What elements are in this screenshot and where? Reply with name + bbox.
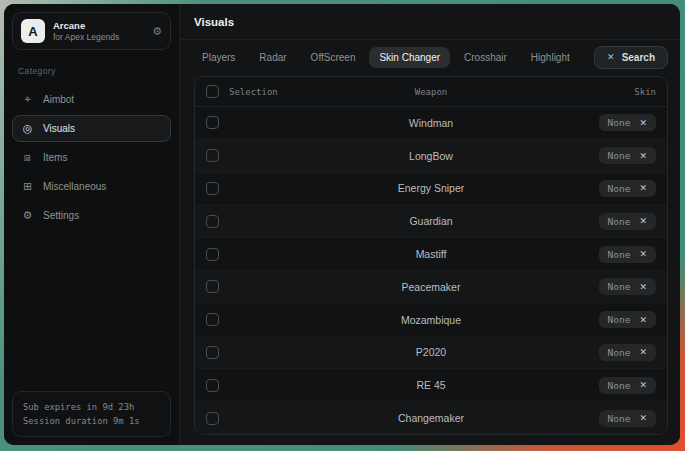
skin-select-chip[interactable]: None ✕ bbox=[599, 114, 656, 131]
skin-select-chip[interactable]: None ✕ bbox=[599, 311, 656, 328]
sidebar-item-icon: ⚙ bbox=[21, 209, 34, 222]
close-icon[interactable]: ✕ bbox=[639, 249, 647, 259]
sidebar-item-label: Visuals bbox=[43, 123, 75, 134]
skin-select-chip[interactable]: None ✕ bbox=[599, 278, 656, 295]
table-row: P2020 None ✕ bbox=[195, 337, 667, 370]
row-checkbox[interactable] bbox=[206, 379, 219, 392]
skin-value: None bbox=[608, 281, 631, 292]
row-checkbox[interactable] bbox=[206, 313, 219, 326]
sidebar-item-label: Settings bbox=[43, 210, 79, 221]
skin-select-chip[interactable]: None ✕ bbox=[599, 180, 656, 197]
sidebar-item-label: Aimbot bbox=[43, 94, 74, 105]
skin-value: None bbox=[608, 347, 631, 358]
gear-icon[interactable]: ⚙ bbox=[152, 25, 162, 38]
weapon-name: Energy Sniper bbox=[195, 182, 667, 194]
weapon-name: LongBow bbox=[195, 150, 667, 162]
row-checkbox[interactable] bbox=[206, 346, 219, 359]
skin-value: None bbox=[608, 249, 631, 260]
close-icon[interactable]: ✕ bbox=[639, 118, 647, 128]
page-title: Visuals bbox=[194, 16, 234, 28]
weapon-name: Guardian bbox=[195, 215, 667, 227]
tab[interactable]: Radar bbox=[249, 47, 296, 68]
table-row: Guardian None ✕ bbox=[195, 205, 667, 238]
skin-select-chip[interactable]: None ✕ bbox=[599, 246, 656, 263]
sidebar-item-icon: ⧈ bbox=[21, 151, 34, 164]
tab[interactable]: Crosshair bbox=[454, 47, 517, 68]
sidebar-item[interactable]: ⧈ Items bbox=[12, 144, 171, 171]
skin-value: None bbox=[608, 413, 631, 424]
skin-value: None bbox=[608, 183, 631, 194]
weapon-name: Mastiff bbox=[195, 248, 667, 260]
weapon-name: Peacemaker bbox=[195, 281, 667, 293]
sidebar-item[interactable]: ⊞ Miscellaneous bbox=[12, 173, 171, 200]
row-checkbox[interactable] bbox=[206, 248, 219, 261]
skin-value: None bbox=[608, 380, 631, 391]
tab[interactable]: Highlight bbox=[521, 47, 580, 68]
sidebar-nav: ⌖ Aimbot ◎ Visuals ⧈ Items ⊞ Miscellaneo… bbox=[12, 86, 171, 229]
subscription-card: Sub expires in 9d 23h Session duration 9… bbox=[12, 391, 171, 437]
sidebar-item[interactable]: ⌖ Aimbot bbox=[12, 86, 171, 113]
close-icon[interactable]: ✕ bbox=[639, 347, 647, 357]
brand-card: A Arcane for Apex Legends ⚙ bbox=[12, 12, 171, 50]
row-checkbox[interactable] bbox=[206, 116, 219, 129]
row-checkbox[interactable] bbox=[206, 215, 219, 228]
skin-select-chip[interactable]: None ✕ bbox=[599, 410, 656, 427]
app-title: Arcane bbox=[53, 20, 144, 32]
sidebar-item-label: Items bbox=[43, 152, 67, 163]
sidebar-item-icon: ◎ bbox=[21, 122, 34, 135]
weapon-name: Changemaker bbox=[195, 412, 667, 424]
sidebar-item[interactable]: ◎ Visuals bbox=[12, 115, 171, 142]
brand-text: Arcane for Apex Legends bbox=[53, 20, 144, 43]
close-icon[interactable]: ✕ bbox=[639, 413, 647, 423]
row-checkbox[interactable] bbox=[206, 280, 219, 293]
weapon-name: P2020 bbox=[195, 346, 667, 358]
weapon-name: Windman bbox=[195, 117, 667, 129]
sidebar-item[interactable]: ⚙ Settings bbox=[12, 202, 171, 229]
app-subtitle: for Apex Legends bbox=[53, 32, 144, 43]
table-row: Mastiff None ✕ bbox=[195, 238, 667, 271]
tab[interactable]: Players bbox=[192, 47, 245, 68]
close-icon[interactable]: ✕ bbox=[639, 216, 647, 226]
row-checkbox[interactable] bbox=[206, 182, 219, 195]
tabs-row: Players Radar OffScreen Skin Changer Cro… bbox=[180, 40, 680, 74]
weapon-name: RE 45 bbox=[195, 379, 667, 391]
tab-list: Players Radar OffScreen Skin Changer Cro… bbox=[192, 47, 580, 68]
app-logo: A bbox=[21, 19, 45, 43]
skin-select-chip[interactable]: None ✕ bbox=[599, 213, 656, 230]
main-header: Visuals bbox=[180, 4, 680, 40]
table-body: Windman None ✕ LongBow None ✕ bbox=[195, 107, 667, 434]
skin-select-chip[interactable]: None ✕ bbox=[599, 377, 656, 394]
close-icon[interactable]: ✕ bbox=[639, 380, 647, 390]
close-icon: ✕ bbox=[607, 52, 615, 62]
search-button-label: Search bbox=[622, 52, 655, 63]
close-icon[interactable]: ✕ bbox=[639, 183, 647, 193]
close-icon[interactable]: ✕ bbox=[639, 151, 647, 161]
session-duration-text: Session duration 9m 1s bbox=[23, 414, 160, 428]
table-row: Peacemaker None ✕ bbox=[195, 271, 667, 304]
skin-select-chip[interactable]: None ✕ bbox=[599, 344, 656, 361]
skin-value: None bbox=[608, 216, 631, 227]
skin-value: None bbox=[608, 314, 631, 325]
main-panel: Visuals Players Radar OffScreen Skin Cha… bbox=[180, 4, 680, 445]
app-window: A Arcane for Apex Legends ⚙ Category ⌖ A… bbox=[4, 4, 680, 445]
search-button[interactable]: ✕ Search bbox=[594, 46, 668, 69]
table-row: Energy Sniper None ✕ bbox=[195, 173, 667, 206]
table-header-row: Selection Weapon Skin bbox=[195, 77, 667, 107]
weapon-name: Mozambique bbox=[195, 314, 667, 326]
skin-value: None bbox=[608, 117, 631, 128]
close-icon[interactable]: ✕ bbox=[639, 282, 647, 292]
table-row: Changemaker None ✕ bbox=[195, 402, 667, 434]
category-label: Category bbox=[18, 66, 171, 76]
close-icon[interactable]: ✕ bbox=[639, 315, 647, 325]
row-checkbox[interactable] bbox=[206, 149, 219, 162]
row-checkbox[interactable] bbox=[206, 412, 219, 425]
sidebar: A Arcane for Apex Legends ⚙ Category ⌖ A… bbox=[4, 4, 180, 445]
skin-select-chip[interactable]: None ✕ bbox=[599, 147, 656, 164]
sidebar-item-icon: ⊞ bbox=[21, 180, 34, 193]
sidebar-item-icon: ⌖ bbox=[21, 93, 34, 106]
tab[interactable]: OffScreen bbox=[301, 47, 366, 68]
table-row: RE 45 None ✕ bbox=[195, 369, 667, 402]
skin-value: None bbox=[608, 150, 631, 161]
tab[interactable]: Skin Changer bbox=[369, 47, 450, 68]
column-header-weapon: Weapon bbox=[195, 87, 667, 97]
